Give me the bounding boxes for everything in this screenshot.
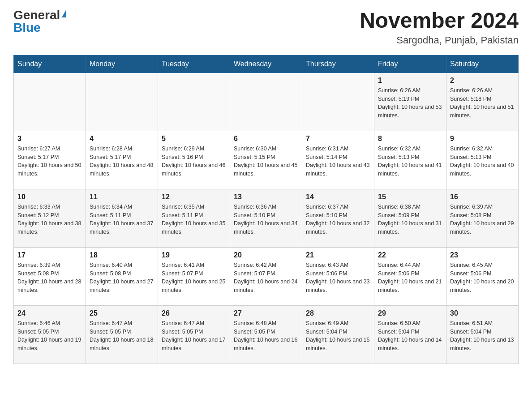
calendar-cell: 23Sunrise: 6:45 AMSunset: 5:06 PMDayligh… [446,247,519,305]
day-number: 27 [234,309,298,317]
day-number: 7 [306,135,370,143]
calendar-header-row: SundayMondayTuesdayWednesdayThursdayFrid… [14,55,519,73]
day-info: Sunrise: 6:40 AMSunset: 5:08 PMDaylight:… [90,261,154,295]
day-info: Sunrise: 6:51 AMSunset: 5:04 PMDaylight:… [450,319,515,353]
day-number: 21 [306,251,370,259]
calendar-week-row: 17Sunrise: 6:39 AMSunset: 5:08 PMDayligh… [14,247,519,305]
day-number: 18 [90,251,154,259]
day-info: Sunrise: 6:29 AMSunset: 5:16 PMDaylight:… [162,145,226,178]
day-number: 15 [378,193,442,201]
day-info: Sunrise: 6:46 AMSunset: 5:05 PMDaylight:… [17,319,82,353]
day-info: Sunrise: 6:48 AMSunset: 5:05 PMDaylight:… [234,319,298,353]
day-info: Sunrise: 6:35 AMSunset: 5:11 PMDaylight:… [162,203,226,236]
day-info: Sunrise: 6:26 AMSunset: 5:18 PMDaylight:… [450,86,515,120]
calendar-cell: 4Sunrise: 6:28 AMSunset: 5:17 PMDaylight… [86,131,158,189]
calendar-cell: 7Sunrise: 6:31 AMSunset: 5:14 PMDaylight… [302,131,374,189]
calendar-table: SundayMondayTuesdayWednesdayThursdayFrid… [13,55,519,364]
day-info: Sunrise: 6:26 AMSunset: 5:19 PMDaylight:… [378,86,442,120]
calendar-cell [230,73,302,131]
logo-general-text: General [13,9,60,21]
calendar-week-row: 3Sunrise: 6:27 AMSunset: 5:17 PMDaylight… [14,131,519,189]
day-number: 3 [17,135,82,143]
calendar-cell: 10Sunrise: 6:33 AMSunset: 5:12 PMDayligh… [14,189,86,247]
calendar-cell: 22Sunrise: 6:44 AMSunset: 5:06 PMDayligh… [374,247,446,305]
calendar-cell: 8Sunrise: 6:32 AMSunset: 5:13 PMDaylight… [374,131,446,189]
calendar-cell: 25Sunrise: 6:47 AMSunset: 5:05 PMDayligh… [86,305,158,364]
day-info: Sunrise: 6:50 AMSunset: 5:04 PMDaylight:… [378,319,442,353]
day-info: Sunrise: 6:47 AMSunset: 5:05 PMDaylight:… [162,319,226,353]
day-number: 25 [90,309,154,317]
calendar-header-wednesday: Wednesday [230,55,302,73]
day-number: 1 [378,77,442,85]
calendar-week-row: 1Sunrise: 6:26 AMSunset: 5:19 PMDaylight… [14,73,519,131]
calendar-cell: 2Sunrise: 6:26 AMSunset: 5:18 PMDaylight… [446,73,519,131]
calendar-week-row: 10Sunrise: 6:33 AMSunset: 5:12 PMDayligh… [14,189,519,247]
calendar-cell: 27Sunrise: 6:48 AMSunset: 5:05 PMDayligh… [230,305,302,364]
calendar-cell: 30Sunrise: 6:51 AMSunset: 5:04 PMDayligh… [446,305,519,364]
day-number: 29 [378,309,442,317]
calendar-cell [302,73,374,131]
day-info: Sunrise: 6:34 AMSunset: 5:11 PMDaylight:… [90,203,154,236]
calendar-cell: 24Sunrise: 6:46 AMSunset: 5:05 PMDayligh… [14,305,86,364]
day-info: Sunrise: 6:43 AMSunset: 5:06 PMDaylight:… [306,261,370,295]
day-number: 26 [162,309,226,317]
day-info: Sunrise: 6:32 AMSunset: 5:13 PMDaylight:… [378,145,442,178]
day-info: Sunrise: 6:33 AMSunset: 5:12 PMDaylight:… [17,203,82,236]
day-number: 11 [90,193,154,201]
day-number: 2 [450,77,515,85]
calendar-cell: 12Sunrise: 6:35 AMSunset: 5:11 PMDayligh… [158,189,230,247]
day-number: 4 [90,135,154,143]
day-info: Sunrise: 6:38 AMSunset: 5:09 PMDaylight:… [378,203,442,236]
calendar-cell [158,73,230,131]
day-info: Sunrise: 6:44 AMSunset: 5:06 PMDaylight:… [378,261,442,295]
day-number: 17 [17,251,82,259]
day-number: 24 [17,309,82,317]
day-number: 14 [306,193,370,201]
location-title: Sargodha, Punjab, Pakistan [360,34,519,46]
day-number: 28 [306,309,370,317]
calendar-header-thursday: Thursday [302,55,374,73]
logo: General Blue [13,9,66,34]
calendar-cell: 19Sunrise: 6:41 AMSunset: 5:07 PMDayligh… [158,247,230,305]
calendar-cell: 29Sunrise: 6:50 AMSunset: 5:04 PMDayligh… [374,305,446,364]
calendar-cell: 11Sunrise: 6:34 AMSunset: 5:11 PMDayligh… [86,189,158,247]
calendar-cell: 3Sunrise: 6:27 AMSunset: 5:17 PMDaylight… [14,131,86,189]
day-number: 30 [450,309,515,317]
day-info: Sunrise: 6:28 AMSunset: 5:17 PMDaylight:… [90,145,154,178]
calendar-cell: 28Sunrise: 6:49 AMSunset: 5:04 PMDayligh… [302,305,374,364]
day-info: Sunrise: 6:42 AMSunset: 5:07 PMDaylight:… [234,261,298,295]
day-number: 9 [450,135,515,143]
day-info: Sunrise: 6:49 AMSunset: 5:04 PMDaylight:… [306,319,370,353]
calendar-cell: 20Sunrise: 6:42 AMSunset: 5:07 PMDayligh… [230,247,302,305]
calendar-week-row: 24Sunrise: 6:46 AMSunset: 5:05 PMDayligh… [14,305,519,364]
day-number: 12 [162,193,226,201]
calendar-header-friday: Friday [374,55,446,73]
calendar-cell [14,73,86,131]
month-title: November 2024 [360,9,519,33]
day-number: 16 [450,193,515,201]
day-info: Sunrise: 6:36 AMSunset: 5:10 PMDaylight:… [234,203,298,236]
calendar-cell: 15Sunrise: 6:38 AMSunset: 5:09 PMDayligh… [374,189,446,247]
calendar-cell: 18Sunrise: 6:40 AMSunset: 5:08 PMDayligh… [86,247,158,305]
day-number: 5 [162,135,226,143]
calendar-header-sunday: Sunday [14,55,86,73]
calendar-cell: 17Sunrise: 6:39 AMSunset: 5:08 PMDayligh… [14,247,86,305]
day-info: Sunrise: 6:37 AMSunset: 5:10 PMDaylight:… [306,203,370,236]
day-number: 22 [378,251,442,259]
day-info: Sunrise: 6:32 AMSunset: 5:13 PMDaylight:… [450,145,515,178]
calendar-cell: 26Sunrise: 6:47 AMSunset: 5:05 PMDayligh… [158,305,230,364]
calendar-header-monday: Monday [86,55,158,73]
calendar-cell: 9Sunrise: 6:32 AMSunset: 5:13 PMDaylight… [446,131,519,189]
logo-triangle-icon [62,9,66,17]
calendar-cell: 5Sunrise: 6:29 AMSunset: 5:16 PMDaylight… [158,131,230,189]
page-header: General Blue November 2024 Sargodha, Pun… [13,9,519,46]
calendar-cell: 13Sunrise: 6:36 AMSunset: 5:10 PMDayligh… [230,189,302,247]
day-number: 8 [378,135,442,143]
calendar-cell [86,73,158,131]
day-info: Sunrise: 6:30 AMSunset: 5:15 PMDaylight:… [234,145,298,178]
day-number: 20 [234,251,298,259]
calendar-header-tuesday: Tuesday [158,55,230,73]
day-number: 6 [234,135,298,143]
day-number: 13 [234,193,298,201]
title-section: November 2024 Sargodha, Punjab, Pakistan [360,9,519,46]
